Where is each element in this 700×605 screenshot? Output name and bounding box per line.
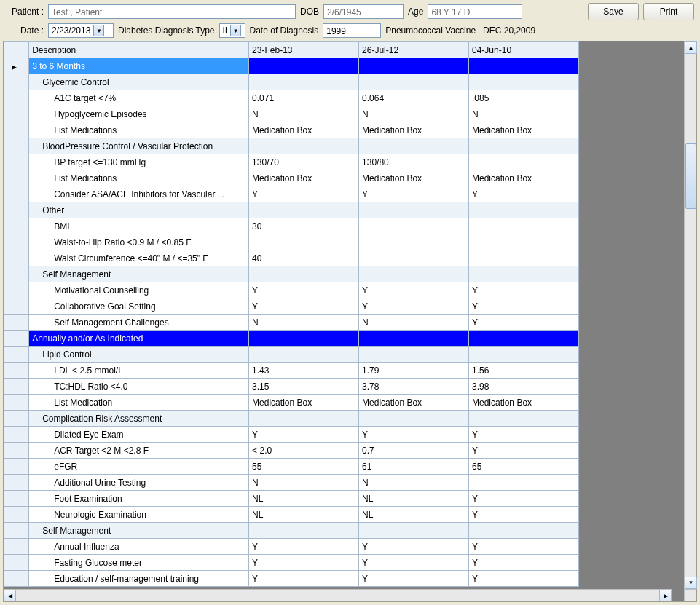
row-header[interactable] — [4, 555, 29, 571]
row-header[interactable] — [4, 122, 29, 138]
value-cell[interactable] — [359, 411, 469, 427]
flowsheet-table[interactable]: Description 23-Feb-13 26-Jul-12 04-Jun-1… — [4, 41, 579, 587]
value-cell[interactable] — [359, 58, 469, 74]
value-cell[interactable]: Y — [249, 571, 359, 587]
value-cell[interactable] — [359, 347, 469, 363]
description-cell[interactable]: BloodPressure Control / Vascular Protect… — [29, 138, 249, 154]
value-cell[interactable]: N — [249, 106, 359, 122]
value-cell[interactable]: N — [249, 475, 359, 491]
column-header-date2[interactable]: 26-Jul-12 — [359, 42, 469, 58]
column-header-date1[interactable]: 23-Feb-13 — [249, 42, 359, 58]
patient-field[interactable]: Test , Patient — [48, 4, 296, 19]
table-row[interactable]: Neurologic ExaminationNLNLY — [4, 507, 579, 523]
value-cell[interactable]: Medication Box — [359, 395, 469, 411]
value-cell[interactable]: N — [249, 315, 359, 331]
value-cell[interactable] — [469, 218, 579, 234]
value-cell[interactable] — [469, 202, 579, 218]
description-cell[interactable]: LDL < 2.5 mmol/L — [29, 363, 249, 379]
description-cell[interactable]: Education / self-management training — [29, 571, 249, 587]
chevron-down-icon[interactable]: ▼ — [93, 25, 104, 36]
value-cell[interactable]: 55 — [249, 459, 359, 475]
row-header[interactable] — [4, 427, 29, 443]
row-header[interactable] — [4, 170, 29, 186]
value-cell[interactable]: 30 — [249, 218, 359, 234]
row-header[interactable] — [4, 395, 29, 411]
value-cell[interactable]: Y — [359, 571, 469, 587]
table-row[interactable]: Self Management — [4, 266, 579, 282]
value-cell[interactable] — [249, 411, 359, 427]
chevron-down-icon[interactable]: ▼ — [230, 25, 241, 36]
description-cell[interactable]: Self Management — [29, 523, 249, 539]
value-cell[interactable] — [359, 250, 469, 266]
table-row[interactable]: Other — [4, 202, 579, 218]
table-row[interactable]: eFGR556165 — [4, 459, 579, 475]
value-cell[interactable]: Y — [249, 298, 359, 315]
description-cell[interactable]: Other — [29, 202, 249, 218]
row-header[interactable] — [4, 282, 29, 298]
value-cell[interactable] — [469, 234, 579, 250]
table-row[interactable]: List MedicationMedication BoxMedication … — [4, 395, 579, 411]
value-cell[interactable] — [249, 523, 359, 539]
description-cell[interactable]: BMI — [29, 218, 249, 234]
value-cell[interactable] — [359, 74, 469, 90]
value-cell[interactable]: 40 — [249, 250, 359, 266]
value-cell[interactable] — [359, 138, 469, 154]
table-row[interactable]: BP target <=130 mmHg130/70130/80 — [4, 154, 579, 170]
value-cell[interactable] — [249, 266, 359, 282]
value-cell[interactable]: Y — [469, 507, 579, 523]
value-cell[interactable]: N — [359, 315, 469, 331]
value-cell[interactable]: Y — [359, 427, 469, 443]
table-row[interactable]: Glycemic Control — [4, 74, 579, 90]
table-row[interactable]: Lipid Control — [4, 347, 579, 363]
table-row[interactable]: List MedicationsMedication BoxMedication… — [4, 170, 579, 186]
table-row[interactable]: Consider ASA/ACE Inhibitors for Vascular… — [4, 186, 579, 202]
value-cell[interactable]: 1.79 — [359, 363, 469, 379]
description-cell[interactable]: Lipid Control — [29, 347, 249, 363]
value-cell[interactable] — [469, 266, 579, 282]
value-cell[interactable]: Y — [469, 555, 579, 571]
date-dropdown[interactable]: 2/23/2013 ▼ — [48, 23, 114, 38]
table-row[interactable]: LDL < 2.5 mmol/L1.431.791.56 — [4, 363, 579, 379]
description-cell[interactable]: Additional Urine Testing — [29, 475, 249, 491]
table-row[interactable]: List MedicationsMedication BoxMedication… — [4, 122, 579, 138]
value-cell[interactable] — [249, 202, 359, 218]
description-cell[interactable]: Foot Examination — [29, 491, 249, 507]
print-button[interactable]: Print — [643, 3, 694, 20]
row-header[interactable] — [4, 186, 29, 202]
row-header[interactable] — [4, 154, 29, 170]
value-cell[interactable] — [249, 58, 359, 74]
row-header[interactable] — [4, 507, 29, 523]
table-row[interactable]: Waist-to-Hip Ratio <0.9 M / <0.85 F — [4, 234, 579, 250]
value-cell[interactable] — [469, 138, 579, 154]
value-cell[interactable]: NL — [249, 507, 359, 523]
value-cell[interactable]: Y — [359, 282, 469, 298]
table-row[interactable]: Waist Circumference <=40" M / <=35" F40 — [4, 250, 579, 266]
description-cell[interactable]: 3 to 6 Months — [29, 58, 249, 74]
value-cell[interactable] — [469, 331, 579, 347]
value-cell[interactable] — [359, 523, 469, 539]
description-cell[interactable]: Motivational Counselling — [29, 282, 249, 298]
row-header[interactable] — [4, 491, 29, 507]
pneumococcal-field[interactable]: DEC 20,2009 — [480, 23, 560, 38]
row-header[interactable] — [4, 90, 29, 106]
value-cell[interactable]: Y — [469, 443, 579, 459]
value-cell[interactable]: 130/80 — [359, 154, 469, 170]
value-cell[interactable]: NL — [359, 507, 469, 523]
description-cell[interactable]: Fasting Glucose meter — [29, 555, 249, 571]
scroll-left-icon[interactable]: ◀ — [4, 590, 16, 601]
table-row[interactable]: Annually and/or As Indicated — [4, 331, 579, 347]
table-row[interactable]: Annual InfluenzaYYY — [4, 539, 579, 555]
value-cell[interactable]: < 2.0 — [249, 443, 359, 459]
vertical-scrollbar[interactable]: ▲ ▼ — [684, 41, 696, 601]
row-header[interactable] — [4, 571, 29, 587]
value-cell[interactable] — [249, 347, 359, 363]
description-cell[interactable]: Waist-to-Hip Ratio <0.9 M / <0.85 F — [29, 234, 249, 250]
row-header[interactable] — [4, 379, 29, 395]
row-header[interactable] — [4, 331, 29, 347]
table-row[interactable]: BloodPressure Control / Vascular Protect… — [4, 138, 579, 154]
value-cell[interactable] — [359, 266, 469, 282]
value-cell[interactable]: Medication Box — [469, 170, 579, 186]
description-cell[interactable]: Complication Risk Assessment — [29, 411, 249, 427]
value-cell[interactable]: Y — [249, 539, 359, 555]
value-cell[interactable]: Y — [249, 282, 359, 298]
